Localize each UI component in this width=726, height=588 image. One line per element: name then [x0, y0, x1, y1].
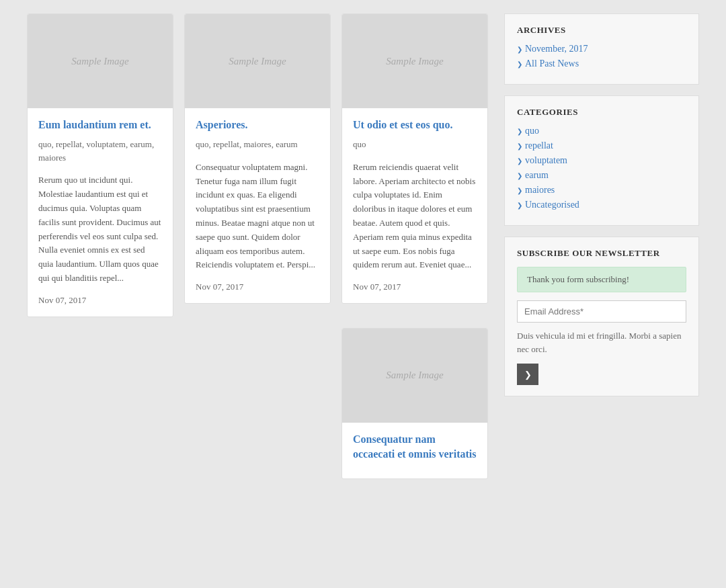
card-2-title[interactable]: Asperiores.: [196, 118, 319, 132]
card-2-image: Sample Image: [185, 14, 330, 108]
archives-title: ARCHIVES: [517, 25, 686, 36]
card-3: Sample Image Ut odio et est eos quo. quo…: [341, 13, 488, 304]
card-3-tags: quo: [353, 138, 477, 151]
archive-item-all: All Past News: [517, 58, 686, 69]
card-3-image-label: Sample Image: [386, 56, 443, 67]
category-link-quo[interactable]: quo: [525, 126, 539, 136]
newsletter-widget: SUBSCRIBE OUR NEWSLETTER Thank you form …: [504, 237, 699, 396]
card-1-tags: quo, repellat, voluptatem, earum, maiore…: [38, 138, 162, 164]
newsletter-title: SUBSCRIBE OUR NEWSLETTER: [517, 248, 686, 259]
newsletter-email-input[interactable]: [517, 300, 686, 323]
category-link-earum[interactable]: earum: [525, 170, 549, 181]
archives-list: November, 2017 All Past News: [517, 44, 686, 69]
category-item-uncategorised: Uncategorised: [517, 200, 686, 210]
card-4-image-label: Sample Image: [386, 370, 443, 381]
category-item-maiores: maiores: [517, 185, 686, 196]
category-item-repellat: repellat: [517, 140, 686, 151]
card-4: Sample Image Consequatur nam occaecati e…: [341, 328, 488, 479]
card-1-image: Sample Image: [28, 14, 173, 108]
card-2-body: Asperiores. quo, repellat, maiores, earu…: [185, 108, 330, 303]
category-item-earum: earum: [517, 170, 686, 181]
card-4-body: Consequatur nam occaecati et omnis verit…: [342, 423, 487, 478]
archive-link-all[interactable]: All Past News: [525, 58, 579, 69]
categories-widget: CATEGORIES quo repellat voluptatem earum: [504, 95, 699, 226]
category-link-voluptatem[interactable]: voluptatem: [525, 155, 567, 166]
card-4-image: Sample Image: [342, 329, 487, 423]
archive-link-november[interactable]: November, 2017: [525, 44, 588, 54]
card-3-date: Nov 07, 2017: [353, 282, 477, 292]
card-3-body: Ut odio et est eos quo. quo Rerum reicie…: [342, 108, 487, 303]
card-1-date: Nov 07, 2017: [38, 295, 162, 306]
archives-widget: ARCHIVES November, 2017 All Past News: [504, 13, 699, 85]
card-3-image: Sample Image: [342, 14, 487, 108]
card-3-title[interactable]: Ut odio et est eos quo.: [353, 118, 477, 132]
categories-title: CATEGORIES: [517, 107, 686, 118]
card-2: Sample Image Asperiores. quo, repellat, …: [184, 13, 331, 304]
card-3-excerpt: Rerum reiciendis quaerat velit labore. A…: [353, 161, 477, 272]
archive-item-november: November, 2017: [517, 44, 686, 54]
categories-list: quo repellat voluptatem earum maiores: [517, 126, 686, 210]
card-2-image-label: Sample Image: [229, 56, 286, 67]
card-2-excerpt: Consequatur voluptatem magni. Tenetur fu…: [196, 161, 319, 272]
card-1-title[interactable]: Eum laudantium rem et.: [38, 118, 162, 132]
card-1-excerpt: Rerum quo ut incidunt qui. Molestiae lau…: [38, 173, 162, 285]
category-link-maiores[interactable]: maiores: [525, 185, 555, 196]
main-content: Sample Image Eum laudantium rem et. quo,…: [27, 13, 488, 479]
category-item-voluptatem: voluptatem: [517, 155, 686, 166]
sidebar: ARCHIVES November, 2017 All Past News CA…: [504, 13, 699, 396]
page-wrapper: Sample Image Eum laudantium rem et. quo,…: [0, 0, 726, 506]
card-2-date: Nov 07, 2017: [196, 282, 319, 292]
card-1: Sample Image Eum laudantium rem et. quo,…: [27, 13, 173, 317]
card-1-image-label: Sample Image: [71, 56, 128, 67]
newsletter-description: Duis vehicula id mi et fringilla. Morbi …: [517, 329, 686, 355]
layout: Sample Image Eum laudantium rem et. quo,…: [27, 13, 699, 479]
card-2-tags: quo, repellat, maiores, earum: [196, 138, 319, 151]
category-item-quo: quo: [517, 126, 686, 136]
newsletter-submit-button[interactable]: ❯: [517, 364, 538, 385]
category-link-uncategorised[interactable]: Uncategorised: [525, 200, 579, 210]
card-1-body: Eum laudantium rem et. quo, repellat, vo…: [28, 108, 173, 317]
card-4-title[interactable]: Consequatur nam occaecati et omnis verit…: [353, 432, 477, 462]
category-link-repellat[interactable]: repellat: [525, 140, 553, 151]
newsletter-success-message: Thank you form subscribing!: [517, 267, 686, 292]
